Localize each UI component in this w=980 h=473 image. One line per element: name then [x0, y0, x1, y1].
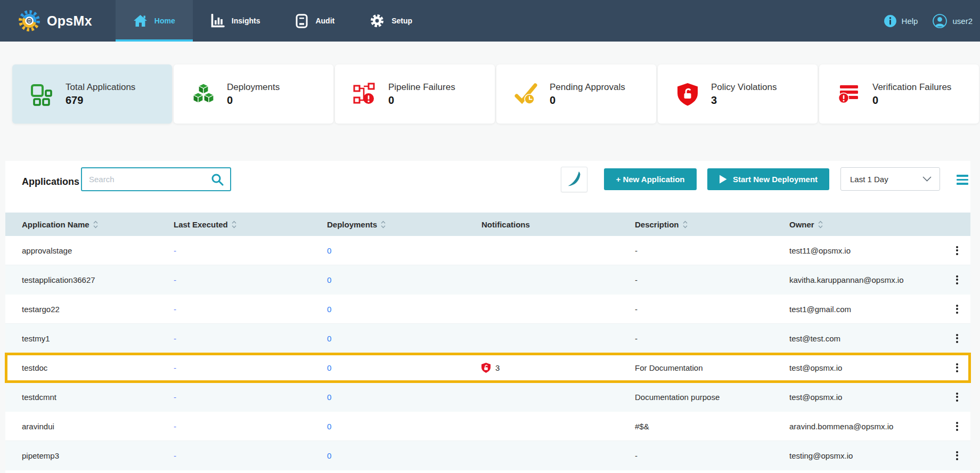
stat-card-pending-approvals[interactable]: Pending Approvals 0	[496, 64, 656, 124]
app-name-cell[interactable]: testargo22	[22, 305, 174, 314]
top-nav-bar: OpsMx Home Insights	[0, 0, 980, 42]
applications-table: Application NameLast ExecutedDeployments…	[5, 213, 970, 470]
tab-setup-label: Setup	[391, 17, 412, 25]
tab-home[interactable]: Home	[116, 0, 193, 42]
last-executed-cell: -	[174, 363, 327, 372]
table-menu-button[interactable]	[957, 175, 968, 185]
description-cell: For Documentation	[635, 363, 789, 372]
stat-value: 3	[711, 94, 777, 107]
last-executed-cell: -	[174, 246, 327, 255]
time-range-value: Last 1 Day	[850, 175, 888, 184]
nav-right-group: Help user2	[884, 0, 980, 42]
app-name-cell[interactable]: testapplication36627	[22, 275, 174, 284]
deployments-link[interactable]: 0	[327, 246, 481, 255]
table-row[interactable]: testdoc - 0 3 For Documentation test@ops…	[5, 353, 970, 382]
app-name-cell[interactable]: aravindui	[22, 422, 174, 431]
table-row[interactable]: pipetemp3 - 0 - testing@opsmx.io	[5, 441, 970, 470]
applications-panel: Applications + New Application Start New…	[5, 161, 970, 473]
stat-card-total-applications[interactable]: Total Applications 679	[12, 64, 172, 124]
stat-card-pipeline-failures[interactable]: Pipeline Failures 0	[335, 64, 495, 124]
tab-setup[interactable]: Setup	[352, 0, 430, 42]
tab-audit[interactable]: Audit	[277, 0, 352, 42]
row-actions-kebab[interactable]	[952, 302, 962, 316]
tab-insights[interactable]: Insights	[193, 0, 278, 42]
app-name-cell[interactable]: testdoc	[22, 363, 174, 372]
table-row[interactable]: testapplication36627 - 0 - kavitha.karup…	[5, 265, 970, 295]
column-header-owner[interactable]: Owner	[789, 220, 944, 229]
deployments-link[interactable]: 0	[327, 334, 481, 343]
table-header-row: Application NameLast ExecutedDeployments…	[5, 213, 970, 236]
stat-card-verification-failures[interactable]: Verification Failures 0	[819, 64, 979, 124]
table-row[interactable]: testmy1 - 0 - test@test.com	[5, 324, 970, 353]
column-header-description[interactable]: Description	[635, 220, 789, 229]
spinnaker-sail-icon	[566, 170, 582, 189]
deployments-link[interactable]: 0	[327, 305, 481, 314]
deployments-link[interactable]: 0	[327, 363, 481, 372]
last-executed-cell: -	[174, 422, 327, 431]
pending-check-clock-icon	[513, 81, 539, 107]
username-label: user2	[952, 17, 973, 26]
help-button[interactable]: Help	[884, 14, 918, 28]
table-row[interactable]: aravindui - 0 #$& aravind.bommena@opsmx.…	[5, 412, 970, 441]
app-name-cell[interactable]: testmy1	[22, 334, 174, 343]
help-label: Help	[902, 17, 918, 26]
last-executed-cell: -	[174, 334, 327, 343]
search-input[interactable]	[82, 175, 211, 184]
column-header-name[interactable]: Application Name	[22, 220, 174, 229]
column-header-deployments[interactable]: Deployments	[327, 220, 481, 229]
nav-tabs: Home Insights Audit	[116, 0, 430, 42]
info-icon	[884, 14, 897, 28]
new-application-button[interactable]: + New Application	[604, 168, 697, 190]
row-actions-kebab[interactable]	[952, 390, 962, 404]
app-name-cell[interactable]: testdcmnt	[22, 393, 174, 402]
row-actions-kebab[interactable]	[952, 448, 962, 463]
user-menu[interactable]: user2	[932, 13, 973, 29]
opsmx-logo[interactable]: OpsMx	[0, 0, 116, 42]
description-cell: -	[635, 334, 789, 343]
deployments-link[interactable]: 0	[327, 422, 481, 431]
owner-cell: kavitha.karuppannan@opsmx.io	[789, 275, 944, 284]
audit-book-icon	[295, 14, 308, 28]
owner-cell: test11@opsmx.io	[789, 246, 944, 255]
row-actions-kebab[interactable]	[952, 361, 962, 375]
stat-card-policy-violations[interactable]: Policy Violations 3	[658, 64, 818, 124]
deployments-link[interactable]: 0	[327, 451, 481, 460]
sort-icon	[818, 221, 823, 229]
table-row[interactable]: testdcmnt - 0 Documentation purpose test…	[5, 382, 970, 412]
table-row[interactable]: testargo22 - 0 - test1@gmail.com	[5, 295, 970, 324]
start-new-deployment-button[interactable]: Start New Deployment	[707, 168, 829, 190]
play-icon	[719, 175, 727, 184]
tab-home-label: Home	[154, 17, 175, 25]
deployments-link[interactable]: 0	[327, 393, 481, 402]
sort-icon	[93, 221, 98, 229]
tab-insights-label: Insights	[232, 17, 260, 25]
notification-count: 3	[495, 363, 500, 372]
description-cell: -	[635, 451, 789, 460]
tab-audit-label: Audit	[315, 17, 334, 25]
search-icon[interactable]	[211, 173, 224, 186]
stat-label: Policy Violations	[711, 82, 777, 93]
stat-card-deployments[interactable]: Deployments 0	[174, 64, 333, 124]
last-executed-cell: -	[174, 305, 327, 314]
stat-value: 679	[66, 94, 135, 107]
owner-cell: test@opsmx.io	[789, 393, 944, 402]
stat-value: 0	[388, 94, 455, 107]
owner-cell: testing@opsmx.io	[789, 451, 944, 460]
apps-grid-icon	[29, 81, 55, 107]
description-cell: -	[635, 305, 789, 314]
setup-gear-icon	[370, 13, 385, 28]
home-icon	[133, 14, 148, 27]
table-row[interactable]: approvalstage - 0 - test11@opsmx.io	[5, 236, 970, 265]
row-actions-kebab[interactable]	[952, 273, 962, 287]
description-cell: -	[635, 246, 789, 255]
row-actions-kebab[interactable]	[952, 419, 962, 434]
spinnaker-button[interactable]	[561, 167, 587, 192]
column-header-last_executed[interactable]: Last Executed	[174, 220, 327, 229]
sort-icon	[381, 221, 386, 229]
row-actions-kebab[interactable]	[952, 331, 962, 346]
app-name-cell[interactable]: approvalstage	[22, 246, 174, 255]
deployments-link[interactable]: 0	[327, 275, 481, 284]
row-actions-kebab[interactable]	[952, 243, 962, 258]
time-range-dropdown[interactable]: Last 1 Day	[840, 167, 940, 191]
app-name-cell[interactable]: pipetemp3	[22, 451, 174, 460]
